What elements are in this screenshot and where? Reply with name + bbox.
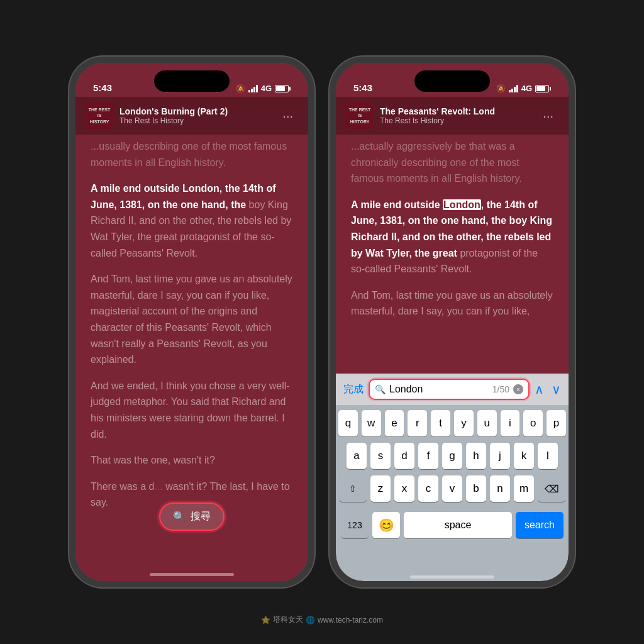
podcast-title-2: The Peasants' Revolt: Lond	[380, 106, 531, 116]
key-o[interactable]: o	[523, 410, 543, 436]
search-bubble[interactable]: 🔍 搜尋	[159, 502, 225, 531]
transcript-bold-2c: great	[433, 248, 457, 258]
key-search[interactable]: search	[516, 512, 564, 538]
podcast-show-2: The Rest Is History	[380, 116, 531, 125]
home-indicator-1	[150, 573, 234, 576]
key-c[interactable]: c	[418, 475, 438, 502]
key-n[interactable]: n	[490, 475, 510, 502]
dynamic-island-2	[414, 70, 490, 92]
key-space[interactable]: space	[404, 512, 512, 538]
phone-1-frame: 5:43 🔕 4G THE RESTIS HISTORY	[69, 57, 314, 587]
key-d[interactable]: d	[394, 443, 414, 469]
key-f[interactable]: f	[418, 443, 438, 469]
key-123[interactable]: 123	[341, 512, 369, 538]
keyboard: q w e r t y u i o p a s d f g	[336, 405, 569, 581]
transcript-bold-2a: A mile end outside	[351, 199, 443, 210]
transcript-p2: And Tom, last time you gave us an absolu…	[91, 271, 293, 368]
watermark-globe: 🌐	[306, 616, 315, 625]
search-input-value[interactable]: London	[389, 384, 489, 395]
keyboard-row-1: q w e r t y u i o p	[338, 410, 566, 436]
status-time-2: 5:43	[353, 82, 372, 93]
watermark-url: www.tech-tariz.com	[318, 616, 383, 625]
key-p[interactable]: p	[547, 410, 566, 436]
status-icons-2: 🔕 4G	[496, 84, 551, 93]
podcast-more-btn-2[interactable]: ···	[538, 106, 558, 126]
clear-icon: ×	[516, 386, 520, 393]
key-r[interactable]: r	[408, 410, 427, 436]
home-indicator-2	[410, 575, 494, 579]
phone-2-screen: 5:43 🔕 4G THE RESTIS HISTORY	[336, 63, 569, 581]
mute-icon-2: 🔕	[496, 84, 506, 93]
phone-1-screen: 5:43 🔕 4G THE RESTIS HISTORY	[75, 63, 308, 581]
key-w[interactable]: w	[362, 410, 381, 436]
key-l[interactable]: l	[538, 443, 558, 469]
key-q[interactable]: q	[338, 410, 358, 436]
key-shift[interactable]: ⇧	[339, 475, 367, 502]
key-emoji[interactable]: 😊	[372, 512, 400, 538]
key-h[interactable]: h	[466, 443, 486, 469]
podcast-show-1: The Rest Is History	[119, 116, 271, 125]
transcript-p4: That was the one, wasn't it?	[91, 452, 293, 469]
key-s[interactable]: s	[370, 443, 391, 469]
search-icon-input: 🔍	[375, 384, 386, 394]
signal-bars-1	[248, 85, 258, 92]
podcast-header-2: THE RESTIS HISTORY The Peasants' Revolt:…	[336, 97, 569, 135]
key-y[interactable]: y	[454, 410, 474, 436]
status-time-1: 5:43	[93, 82, 112, 93]
keyboard-row-2: a s d f g h j k l	[338, 443, 566, 469]
search-bar-container: 完成 🔍 London 1/50 × ∧ ∨	[336, 374, 569, 405]
dynamic-island-1	[154, 70, 230, 92]
search-done-button[interactable]: 完成	[343, 383, 364, 396]
search-nav-buttons: ∧ ∨	[535, 382, 561, 397]
transcript-p2-2: And Tom, last time you gave us an absolu…	[351, 287, 553, 319]
key-e[interactable]: e	[385, 410, 404, 436]
watermark: ⭐ 塔科女天 🌐 www.tech-tariz.com	[261, 614, 383, 625]
podcast-info-2: The Peasants' Revolt: Lond The Rest Is H…	[380, 106, 531, 125]
key-v[interactable]: v	[442, 475, 462, 502]
keyboard-row-4: 123 😊 space search	[338, 508, 566, 548]
podcast-title-1: London's Burning (Part 2)	[119, 106, 271, 116]
watermark-icon: ⭐	[261, 616, 270, 625]
key-z[interactable]: z	[370, 475, 391, 502]
battery-icon-1	[275, 85, 291, 92]
watermark-text: 塔科女天	[273, 614, 303, 625]
podcast-thumb-2: THE RESTIS HISTORY	[346, 102, 374, 130]
search-input-box[interactable]: 🔍 London 1/50 ×	[369, 379, 530, 400]
battery-icon-2	[535, 85, 551, 92]
mute-icon-1: 🔕	[236, 84, 245, 93]
search-prev-button[interactable]: ∧	[535, 382, 544, 397]
key-m[interactable]: m	[514, 475, 534, 502]
search-bubble-label: 搜尋	[191, 510, 211, 523]
transcript-p1: A mile end outside London, the 14th of J…	[91, 180, 293, 261]
key-b[interactable]: b	[466, 475, 486, 502]
key-u[interactable]: u	[477, 410, 497, 436]
status-icons-1: 🔕 4G	[236, 84, 291, 93]
search-next-button[interactable]: ∨	[552, 382, 561, 397]
network-label-2: 4G	[521, 84, 532, 93]
transcript-faded-tail-1: ...	[154, 481, 162, 492]
key-g[interactable]: g	[442, 443, 462, 469]
key-j[interactable]: j	[490, 443, 510, 469]
key-delete[interactable]: ⌫	[538, 475, 565, 502]
key-a[interactable]: a	[347, 443, 367, 469]
transcript-p3: And we ended, I think you chose a very w…	[91, 378, 293, 442]
key-k[interactable]: k	[514, 443, 534, 469]
keyboard-row-3: ⇧ z x c v b n m ⌫	[338, 475, 566, 502]
search-result-count: 1/50	[492, 384, 509, 394]
transcript-p1-2: A mile end outside London, the 14th of J…	[351, 197, 553, 277]
transcript-faded-2: ...actually aggressively be that was a c…	[351, 138, 553, 187]
key-i[interactable]: i	[501, 410, 520, 436]
signal-bars-2	[509, 85, 518, 92]
podcast-info-1: London's Burning (Part 2) The Rest Is Hi…	[119, 106, 271, 125]
podcast-more-btn-1[interactable]: ···	[277, 106, 298, 126]
phone-1: 5:43 🔕 4G THE RESTIS HISTORY	[69, 57, 314, 587]
transcript-2: ...actually aggressively be that was a c…	[336, 131, 569, 386]
phone-2-frame: 5:43 🔕 4G THE RESTIS HISTORY	[330, 57, 575, 587]
search-bubble-icon: 🔍	[173, 511, 186, 523]
transcript-highlight-london: London	[443, 199, 481, 210]
podcast-header-1: THE RESTIS HISTORY London's Burning (Par…	[75, 97, 308, 135]
search-clear-button[interactable]: ×	[513, 384, 523, 394]
key-t[interactable]: t	[431, 410, 450, 436]
key-x[interactable]: x	[394, 475, 414, 502]
phone-2: 5:43 🔕 4G THE RESTIS HISTORY	[330, 57, 575, 587]
